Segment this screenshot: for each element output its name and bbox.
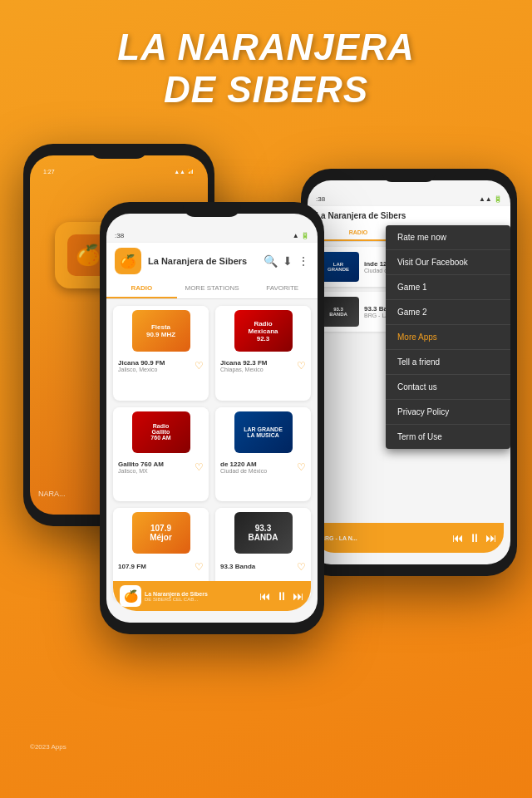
favorite-icon-1[interactable]: ♡ — [195, 360, 204, 372]
station-logo-area-1: Fiesta90.9 MHZ — [113, 306, 209, 356]
rewind-btn[interactable]: ⏮ — [259, 589, 271, 603]
right-player-controls[interactable]: ⏮ ⏸ ⏭ — [452, 531, 497, 544]
station-info-3: Gallito 760 AM Jalisco, MX ♡ — [113, 457, 209, 477]
mid-app-header: 🍊 La Naranjera de Sibers 🔍 ⬇ ⋮ — [106, 243, 318, 279]
app-name-back-left: NARA... — [38, 490, 66, 498]
favorite-icon-2[interactable]: ♡ — [297, 360, 306, 372]
notch-middle — [183, 202, 241, 217]
station-logo-area-4: LAR GRANDELA MUSICA — [215, 407, 311, 457]
signal-right: ▲▲ 🔋 — [479, 195, 502, 203]
phone-middle: :38 ▲ 🔋 🍊 La Naranjera de Sibers 🔍 ⬇ ⋮ R… — [100, 202, 324, 634]
menu-item-privacy[interactable]: Privacy Policy — [386, 400, 510, 425]
right-player-track: BRG - LA N... — [321, 535, 449, 541]
dropdown-menu: Rate me now Visit Our Facebook Game 1 Ga… — [386, 225, 510, 449]
station-info-1: Jicana 90.9 FM Jalisco, Mexico ♡ — [113, 356, 209, 376]
station-logo-area-5: 107.9Méjor — [113, 508, 209, 558]
station-details-5: 107.9 FM — [118, 563, 146, 570]
mid-app-name: La Naranjera de Sibers — [148, 256, 264, 266]
search-icon[interactable]: 🔍 — [264, 254, 278, 268]
menu-item-more-apps[interactable]: More Apps — [386, 325, 510, 350]
time-right: :38 — [316, 195, 325, 203]
status-bar-back-left: 1:27 ▲▲ 📶 — [40, 169, 198, 175]
favorite-icon-3[interactable]: ♡ — [195, 461, 204, 473]
station-location-3: Jalisco, MX — [118, 468, 164, 474]
station-card-3[interactable]: RadioGallito760 AM Gallito 760 AM Jalisc… — [113, 407, 209, 501]
menu-item-game1[interactable]: Game 1 — [386, 275, 510, 300]
player-track-name: La Naranjera de Sibers — [145, 591, 256, 597]
copyright-text: ©2023 Apps — [30, 743, 66, 751]
station-name-2: Jicana 92.3 FM — [220, 359, 267, 367]
app-title-line2: DE SIBERS — [0, 69, 532, 111]
station-details-6: 93.3 Banda — [220, 563, 255, 570]
mid-status-bar: :38 ▲ 🔋 — [106, 214, 318, 243]
play-pause-btn-right[interactable]: ⏸ — [469, 531, 480, 544]
station-name-6: 93.3 Banda — [220, 563, 255, 570]
station-logo-fiesta: Fiesta90.9 MHZ — [132, 310, 190, 352]
station-name-3: Gallito 760 AM — [118, 461, 164, 468]
notch-back-left — [90, 144, 148, 159]
right-app-header: La Naranjera de Sibers — [308, 206, 510, 225]
notch-right — [382, 169, 436, 182]
player-controls[interactable]: ⏮ ⏸ ⏭ — [259, 589, 304, 603]
favorite-icon-4[interactable]: ♡ — [297, 461, 306, 473]
tab-more-stations[interactable]: MORE STATIONS — [177, 279, 248, 298]
station-logo-gallito: RadioGallito760 AM — [132, 411, 190, 453]
time-mid: :38 — [115, 232, 124, 239]
signal-mid: ▲ 🔋 — [293, 232, 309, 239]
phones-area: 1:27 ▲▲ 📶 🍊 NARA... :38 ▲▲ 🔋 La Naranjer… — [0, 127, 532, 776]
station-logo-mexicana: RadioMexicana92.3 — [234, 310, 293, 352]
station-logo-area-3: RadioGallito760 AM — [113, 407, 209, 457]
time-bl: 1:27 — [43, 169, 55, 175]
screen-right: :38 ▲▲ 🔋 La Naranjera de Sibers RADIO MO… — [308, 180, 510, 564]
signal-bl: ▲▲ 📶 — [174, 169, 195, 175]
station-name-1: Jicana 90.9 FM — [118, 359, 165, 367]
page-title-area: LA NARANJERA DE SIBERS — [0, 0, 532, 127]
station-card-1[interactable]: Fiesta90.9 MHZ Jicana 90.9 FM Jalisco, M… — [113, 306, 209, 400]
station-location-4: Ciudad de México — [220, 468, 267, 474]
menu-item-rate[interactable]: Rate me now — [386, 225, 510, 250]
player-track-sub: DE SIBERS CEL CAB... — [145, 597, 256, 602]
player-track-info: La Naranjera de Sibers DE SIBERS CEL CAB… — [145, 591, 256, 602]
rewind-btn-right[interactable]: ⏮ — [452, 531, 464, 544]
menu-item-terms[interactable]: Term of Use — [386, 425, 510, 449]
menu-item-contact[interactable]: Contact us — [386, 375, 510, 400]
station-card-4[interactable]: LAR GRANDELA MUSICA de 1220 AM Ciudad de… — [215, 407, 311, 501]
station-logo-lagrande: LAR GRANDELA MUSICA — [234, 411, 293, 453]
download-icon[interactable]: ⬇ — [283, 254, 293, 268]
station-logo-area-6: 93.3BANDA — [215, 508, 311, 558]
app-title-line1: LA NARANJERA — [0, 27, 532, 69]
station-info-2: Jicana 92.3 FM Chiapas, Mexico ♡ — [215, 356, 311, 376]
station-logo-933: 93.3BANDA — [234, 512, 293, 554]
menu-item-facebook[interactable]: Visit Our Facebook — [386, 250, 510, 275]
station-details-4: de 1220 AM Ciudad de México — [220, 461, 267, 474]
menu-item-game2[interactable]: Game 2 — [386, 300, 510, 325]
right-player-bar: BRG - LA N... ⏮ ⏸ ⏭ — [314, 523, 504, 553]
player-logo: 🍊 — [120, 585, 141, 607]
station-location-1: Jalisco, Mexico — [118, 367, 165, 372]
mid-header-icons: 🔍 ⬇ ⋮ — [264, 254, 309, 268]
right-status-bar: :38 ▲▲ 🔋 — [308, 180, 510, 206]
station-name-4: de 1220 AM — [220, 461, 267, 468]
screen-middle: :38 ▲ 🔋 🍊 La Naranjera de Sibers 🔍 ⬇ ⋮ R… — [106, 214, 318, 623]
tab-radio[interactable]: RADIO — [106, 279, 177, 298]
menu-item-tell-friend[interactable]: Tell a friend — [386, 350, 510, 375]
station-logo-area-2: RadioMexicana92.3 — [215, 306, 311, 356]
tab-favorite[interactable]: FAVORITE — [247, 279, 318, 298]
forward-btn-right[interactable]: ⏭ — [485, 531, 497, 544]
station-name-5: 107.9 FM — [118, 563, 146, 570]
more-icon[interactable]: ⋮ — [298, 254, 309, 268]
station-logo-107: 107.9Méjor — [132, 512, 190, 554]
player-bar: 🍊 La Naranjera de Sibers DE SIBERS CEL C… — [113, 581, 311, 611]
station-details-1: Jicana 90.9 FM Jalisco, Mexico — [118, 359, 165, 372]
station-info-4: de 1220 AM Ciudad de México ♡ — [215, 457, 311, 477]
favorite-icon-6[interactable]: ♡ — [297, 561, 306, 573]
station-details-2: Jicana 92.3 FM Chiapas, Mexico — [220, 359, 267, 372]
forward-btn[interactable]: ⏭ — [293, 589, 304, 603]
right-app-name: La Naranjera de Sibers — [316, 211, 406, 220]
mid-app-logo: 🍊 — [115, 248, 141, 274]
favorite-icon-5[interactable]: ♡ — [195, 561, 204, 573]
phone-right: :38 ▲▲ 🔋 La Naranjera de Sibers RADIO MO… — [301, 169, 517, 576]
station-card-2[interactable]: RadioMexicana92.3 Jicana 92.3 FM Chiapas… — [215, 306, 311, 400]
station-info-6: 93.3 Banda ♡ — [215, 558, 311, 576]
play-pause-btn[interactable]: ⏸ — [276, 589, 288, 603]
